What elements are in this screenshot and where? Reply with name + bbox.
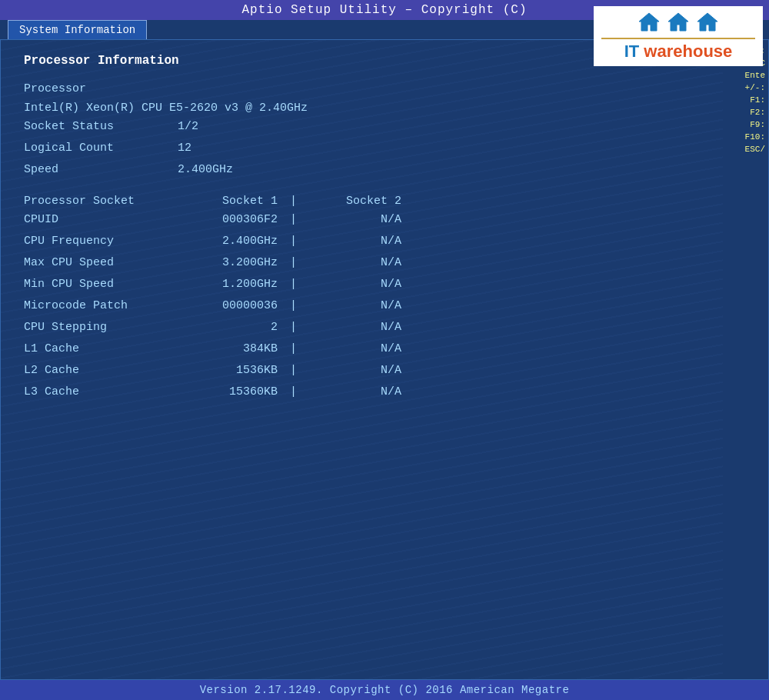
processor-group: Processor Intel(R) Xeon(R) CPU E5-2620 v…	[24, 80, 700, 179]
house-icon-3	[696, 11, 719, 32]
watermark: IT warehouse	[594, 6, 763, 66]
sep-3: |	[285, 275, 301, 294]
min-cpu-label: Min CPU Speed	[24, 275, 178, 294]
main-panel: Processor Information Processor Intel(R)…	[0, 39, 723, 680]
table-header-label: Processor Socket	[24, 195, 178, 208]
table-row: L3 Cache 15360KB | N/A	[24, 383, 700, 402]
sidebar-hint-4: F1:	[726, 95, 765, 105]
svg-marker-0	[639, 13, 659, 31]
processor-label-row: Processor	[24, 80, 700, 98]
table-row: CPU Frequency 2.400GHz | N/A	[24, 232, 700, 251]
l2-cache-label: L2 Cache	[24, 362, 178, 380]
sep-5: |	[285, 318, 301, 337]
table-row: Microcode Patch 00000036 | N/A	[24, 297, 700, 315]
content-area: Processor Information Processor Intel(R)…	[0, 39, 769, 680]
sep-2: |	[285, 254, 301, 272]
l3-cache-label: L3 Cache	[24, 383, 178, 402]
min-cpu-socket1: 1.200GHz	[178, 275, 285, 294]
microcode-socket2: N/A	[301, 297, 409, 315]
footer-bar: Version 2.17.1249. Copyright (C) 2016 Am…	[0, 680, 769, 700]
footer-text: Version 2.17.1249. Copyright (C) 2016 Am…	[200, 684, 570, 696]
table-row: CPUID 000306F2 | N/A	[24, 211, 700, 229]
table-row: CPU Stepping 2 | N/A	[24, 318, 700, 337]
watermark-brand: IT warehouse	[624, 42, 733, 62]
logical-count-label: Logical Count	[24, 139, 178, 158]
l2-cache-socket1: 1536KB	[178, 362, 285, 380]
table-header-row: Processor Socket Socket 1 | Socket 2	[24, 195, 700, 208]
sidebar-hint-6: F9:	[726, 120, 765, 129]
sep-0: |	[285, 211, 301, 229]
watermark-warehouse: warehouse	[639, 42, 732, 61]
l1-cache-label: L1 Cache	[24, 340, 178, 358]
l2-cache-socket2: N/A	[301, 362, 409, 380]
cpu-stepping-socket2: N/A	[301, 318, 409, 337]
max-cpu-label: Max CPU Speed	[24, 254, 178, 272]
processor-socket-table: Processor Socket Socket 1 | Socket 2 CPU…	[24, 195, 700, 402]
l3-cache-socket1: 15360KB	[178, 383, 285, 402]
table-row: Min CPU Speed 1.200GHz | N/A	[24, 275, 700, 294]
table-row: L2 Cache 1536KB | N/A	[24, 362, 700, 380]
logical-count-row: Logical Count 12	[24, 139, 700, 158]
processor-model: Intel(R) Xeon(R) CPU E5-2620 v3 @ 2.40GH…	[24, 102, 700, 115]
speed-row: Speed 2.400GHz	[24, 161, 700, 179]
cpu-stepping-label: CPU Stepping	[24, 318, 178, 337]
processor-label: Processor	[24, 80, 178, 98]
watermark-divider	[601, 38, 755, 39]
cpu-freq-socket2: N/A	[301, 232, 409, 251]
socket2-header: Socket 2	[301, 195, 409, 208]
microcode-label: Microcode Patch	[24, 297, 178, 315]
sep-4: |	[285, 297, 301, 315]
watermark-it: IT	[624, 42, 640, 61]
socket-status-value: 1/2	[178, 118, 198, 136]
speed-value: 2.400GHz	[178, 161, 233, 179]
cpuid-label: CPUID	[24, 211, 178, 229]
socket-status-label: Socket Status	[24, 118, 178, 136]
table-row: L1 Cache 384KB | N/A	[24, 340, 700, 358]
microcode-socket1: 00000036	[178, 297, 285, 315]
tab-system-information[interactable]: System Information	[8, 20, 147, 39]
house-icon-1	[638, 11, 661, 32]
sep-7: |	[285, 362, 301, 380]
house-icon-2	[667, 11, 690, 32]
max-cpu-socket2: N/A	[301, 254, 409, 272]
min-cpu-socket2: N/A	[301, 275, 409, 294]
sidebar-hint-5: F2:	[726, 108, 765, 117]
sep-1: |	[285, 232, 301, 251]
watermark-icons	[638, 11, 719, 32]
socket1-header: Socket 1	[178, 195, 285, 208]
table-row: Max CPU Speed 3.200GHz | N/A	[24, 254, 700, 272]
l3-cache-socket2: N/A	[301, 383, 409, 402]
cpu-stepping-socket1: 2	[178, 318, 285, 337]
bios-screen: Aptio Setup Utility – Copyright (C) Syst…	[0, 0, 769, 700]
cpuid-socket1: 000306F2	[178, 211, 285, 229]
sidebar-hint-2: Ente	[726, 71, 765, 80]
sep-6: |	[285, 340, 301, 358]
speed-label: Speed	[24, 161, 178, 179]
max-cpu-socket1: 3.200GHz	[178, 254, 285, 272]
sep-8: |	[285, 383, 301, 402]
socket-status-row: Socket Status 1/2	[24, 118, 700, 136]
svg-marker-1	[668, 13, 688, 31]
cpu-freq-label: CPU Frequency	[24, 232, 178, 251]
sidebar-hint-8: ESC/	[726, 145, 765, 154]
sidebar-hint-3: +/-:	[726, 83, 765, 92]
header-title: Aptio Setup Utility – Copyright (C)	[241, 3, 527, 17]
sidebar-hint-7: F10:	[726, 132, 765, 142]
svg-marker-2	[697, 13, 717, 31]
l1-cache-socket1: 384KB	[178, 340, 285, 358]
table-sep-header: |	[285, 195, 301, 208]
cpu-freq-socket1: 2.400GHz	[178, 232, 285, 251]
l1-cache-socket2: N/A	[301, 340, 409, 358]
right-sidebar: ++: ↑↓/C Ente +/-: F1: F2: F9: F10: ESC/	[723, 39, 769, 680]
logical-count-value: 12	[178, 139, 191, 158]
cpuid-socket2: N/A	[301, 211, 409, 229]
